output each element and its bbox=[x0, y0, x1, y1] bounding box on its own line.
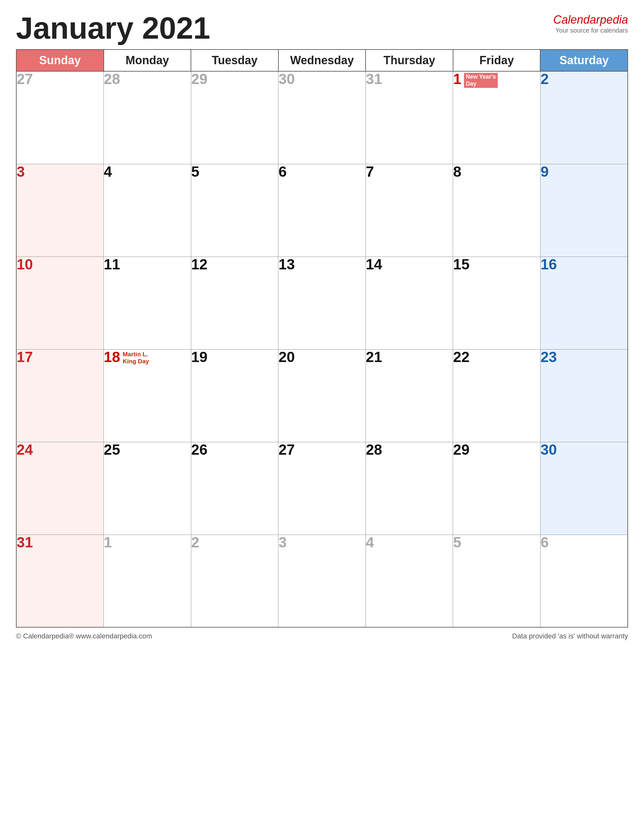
col-header-sunday: Sunday bbox=[16, 49, 104, 71]
holiday-label: Martin L.King Day bbox=[123, 351, 149, 366]
footer-disclaimer: Data provided 'as is' without warranty bbox=[512, 632, 628, 640]
day-cell: 11 bbox=[104, 257, 191, 349]
day-cell: 20 bbox=[278, 349, 366, 442]
day-number: 7 bbox=[366, 164, 374, 179]
day-cell: 5 bbox=[453, 535, 541, 627]
day-number: 11 bbox=[104, 257, 120, 272]
day-cell: 21 bbox=[366, 349, 453, 442]
footer-copyright: © Calendarpedia® www.calendarpedia.com bbox=[16, 632, 152, 640]
day-number: 12 bbox=[191, 257, 207, 272]
day-cell: 23 bbox=[540, 349, 628, 442]
day-cell: 29 bbox=[453, 442, 541, 535]
day-number: 25 bbox=[104, 442, 120, 457]
day-cell: 9 bbox=[540, 164, 628, 257]
day-cell: 4 bbox=[104, 164, 191, 257]
day-number: 16 bbox=[541, 257, 557, 272]
day-number: 28 bbox=[104, 72, 120, 86]
day-cell: 22 bbox=[453, 349, 541, 442]
day-number: 19 bbox=[191, 349, 207, 364]
day-cell: 3 bbox=[16, 164, 104, 257]
day-cell: 30 bbox=[540, 442, 628, 535]
col-header-friday: Friday bbox=[453, 49, 541, 71]
day-number: 1 bbox=[453, 72, 462, 86]
day-cell: 27 bbox=[278, 442, 366, 535]
day-cell: 29 bbox=[191, 71, 278, 164]
day-cell: 31 bbox=[16, 535, 104, 627]
day-cell: 25 bbox=[104, 442, 191, 535]
day-number: 21 bbox=[366, 349, 382, 364]
day-cell: 27 bbox=[16, 71, 104, 164]
day-number: 30 bbox=[541, 442, 557, 457]
brand-logo: Calendarpedia Your source for calendars bbox=[554, 13, 628, 34]
day-number: 31 bbox=[17, 535, 33, 550]
calendar-table: Sunday Monday Tuesday Wednesday Thursday… bbox=[16, 49, 628, 627]
day-number: 3 bbox=[17, 164, 25, 179]
holiday-label: New Year'sDay bbox=[464, 73, 498, 88]
day-cell: 31 bbox=[366, 71, 453, 164]
day-number: 30 bbox=[278, 72, 295, 86]
day-number: 31 bbox=[366, 72, 382, 86]
day-cell: 16 bbox=[540, 257, 628, 349]
calendar-header-row: Sunday Monday Tuesday Wednesday Thursday… bbox=[16, 49, 628, 71]
day-number: 22 bbox=[453, 349, 469, 364]
day-number: 6 bbox=[278, 164, 287, 179]
calendar-week-row: 3456789 bbox=[16, 164, 628, 257]
day-cell: 10 bbox=[16, 257, 104, 349]
day-number: 24 bbox=[17, 442, 33, 457]
day-number: 23 bbox=[541, 349, 557, 364]
calendar-week-row: 31123456 bbox=[16, 535, 628, 627]
day-number: 4 bbox=[366, 535, 374, 550]
day-cell: 17 bbox=[16, 349, 104, 442]
day-cell: 30 bbox=[278, 71, 366, 164]
day-cell: 13 bbox=[278, 257, 366, 349]
day-number: 5 bbox=[453, 535, 462, 550]
day-cell: 24 bbox=[16, 442, 104, 535]
day-number: 2 bbox=[191, 535, 199, 550]
day-cell: 18Martin L.King Day bbox=[104, 349, 191, 442]
brand-calendar: Calendar bbox=[554, 13, 600, 26]
day-cell: 6 bbox=[278, 164, 366, 257]
col-header-saturday: Saturday bbox=[540, 49, 628, 71]
day-number: 28 bbox=[366, 442, 382, 457]
day-cell: 6 bbox=[540, 535, 628, 627]
calendar-week-row: 24252627282930 bbox=[16, 442, 628, 535]
day-cell: 12 bbox=[191, 257, 278, 349]
day-number: 27 bbox=[17, 72, 33, 86]
brand-tagline: Your source for calendars bbox=[554, 26, 628, 34]
day-number: 29 bbox=[191, 72, 207, 86]
day-number: 1 bbox=[104, 535, 112, 550]
day-cell: 7 bbox=[366, 164, 453, 257]
day-number: 2 bbox=[541, 72, 549, 86]
day-cell: 26 bbox=[191, 442, 278, 535]
day-number: 5 bbox=[191, 164, 199, 179]
month-title: January 2021 bbox=[16, 13, 210, 43]
day-number: 29 bbox=[453, 442, 469, 457]
calendar-week-row: 1718Martin L.King Day1920212223 bbox=[16, 349, 628, 442]
day-number: 13 bbox=[278, 257, 295, 272]
day-number: 10 bbox=[17, 257, 33, 272]
day-number: 18 bbox=[104, 349, 120, 364]
day-cell: 5 bbox=[191, 164, 278, 257]
day-cell: 2 bbox=[191, 535, 278, 627]
brand-name: Calendarpedia bbox=[554, 13, 628, 26]
day-number: 20 bbox=[278, 349, 295, 364]
day-number: 4 bbox=[104, 164, 112, 179]
day-cell: 8 bbox=[453, 164, 541, 257]
day-number: 6 bbox=[541, 535, 549, 550]
day-number: 9 bbox=[541, 164, 549, 179]
day-cell: 28 bbox=[104, 71, 191, 164]
day-cell: 15 bbox=[453, 257, 541, 349]
day-cell: 19 bbox=[191, 349, 278, 442]
day-cell: 2 bbox=[540, 71, 628, 164]
day-number: 17 bbox=[17, 349, 33, 364]
day-cell: 3 bbox=[278, 535, 366, 627]
day-number: 15 bbox=[453, 257, 469, 272]
day-number: 3 bbox=[278, 535, 287, 550]
day-cell: 28 bbox=[366, 442, 453, 535]
day-number: 26 bbox=[191, 442, 207, 457]
day-number: 14 bbox=[366, 257, 382, 272]
brand-pedia: pedia bbox=[600, 13, 628, 26]
page-footer: © Calendarpedia® www.calendarpedia.com D… bbox=[16, 632, 628, 640]
col-header-monday: Monday bbox=[104, 49, 191, 71]
day-cell: 14 bbox=[366, 257, 453, 349]
